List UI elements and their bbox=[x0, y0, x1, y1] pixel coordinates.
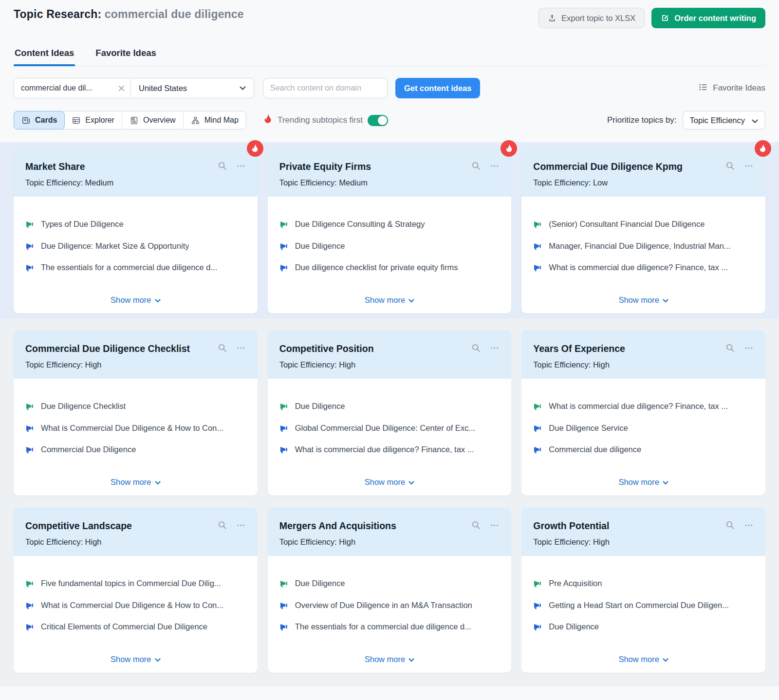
megaphone-icon bbox=[25, 402, 35, 411]
more-options-icon[interactable] bbox=[490, 520, 500, 530]
card-body: (Senior) Consultant Financial Due Dilige… bbox=[521, 197, 765, 313]
more-options-icon[interactable] bbox=[236, 161, 246, 171]
topic-card: Competitive Landscape Topic Efficiency: … bbox=[14, 507, 258, 673]
fire-icon bbox=[263, 114, 273, 127]
subtopic-item[interactable]: Due Diligence: Market Size & Opportunity bbox=[25, 241, 246, 251]
subtopic-item[interactable]: Due Diligence Service bbox=[533, 423, 754, 433]
subtopic-text: (Senior) Consultant Financial Due Dilige… bbox=[549, 219, 705, 229]
more-options-icon[interactable] bbox=[490, 161, 500, 171]
subtopic-item[interactable]: Manager, Financial Due Diligence, Indust… bbox=[533, 241, 754, 251]
megaphone-icon bbox=[25, 220, 35, 229]
show-more-button[interactable]: Show more bbox=[111, 478, 160, 487]
topic-efficiency: Topic Efficiency: High bbox=[25, 360, 246, 369]
prioritize-select[interactable]: Topic Efficiency bbox=[683, 111, 765, 129]
subtopic-text: Commercial Due Diligence bbox=[41, 444, 136, 455]
view-explorer-button[interactable]: Explorer bbox=[64, 111, 122, 129]
subtopic-text: The essentials for a commercial due dili… bbox=[295, 622, 471, 632]
subtopic-item[interactable]: Overview of Due Diligence in an M&A Tran… bbox=[279, 600, 500, 610]
view-switcher: Cards Explorer Overview Mind Map bbox=[14, 111, 246, 129]
subtopic-item[interactable]: Commercial due diligence bbox=[533, 444, 754, 455]
subtopic-text: Global Commercial Due Diligence: Center … bbox=[295, 423, 475, 433]
show-more-button[interactable]: Show more bbox=[111, 295, 160, 305]
card-title: Years Of Experience bbox=[533, 342, 725, 355]
subtopic-item[interactable]: What is commercial due diligence? Financ… bbox=[279, 444, 500, 455]
keyword-input[interactable]: commercial due dil... bbox=[14, 78, 131, 98]
show-more-button[interactable]: Show more bbox=[365, 295, 414, 305]
search-icon[interactable] bbox=[725, 520, 735, 530]
favorite-ideas-link[interactable]: Favorite Ideas bbox=[698, 82, 765, 94]
subtopic-item[interactable]: The essentials for a commercial due dili… bbox=[25, 262, 246, 273]
megaphone-icon bbox=[279, 263, 289, 272]
domain-search-input[interactable] bbox=[263, 78, 388, 98]
more-options-icon[interactable] bbox=[490, 343, 500, 353]
card-title: Mergers And Acquisitions bbox=[279, 519, 472, 533]
subtopic-item[interactable]: Due Diligence Consulting & Strategy bbox=[279, 219, 500, 229]
tab-content-ideas[interactable]: Content Ideas bbox=[14, 48, 75, 66]
megaphone-icon bbox=[279, 241, 289, 251]
export-xlsx-button[interactable]: Export topic to XLSX bbox=[538, 8, 645, 28]
show-more-button[interactable]: Show more bbox=[618, 655, 668, 664]
subtopic-item[interactable]: Getting a Head Start on Commercial Due D… bbox=[533, 600, 754, 610]
subtopic-text: Types of Due Diligence bbox=[41, 219, 124, 229]
megaphone-icon bbox=[279, 445, 289, 454]
subtopic-item[interactable]: What is commercial due diligence? Financ… bbox=[533, 401, 754, 411]
view-cards-button[interactable]: Cards bbox=[14, 111, 65, 129]
order-content-writing-button[interactable]: Order content writing bbox=[651, 8, 765, 28]
view-overview-button[interactable]: Overview bbox=[122, 111, 184, 129]
subtopic-item[interactable]: What is Commercial Due Diligence & How t… bbox=[25, 600, 246, 610]
subtopic-item[interactable]: Due Diligence bbox=[279, 241, 500, 251]
megaphone-icon bbox=[25, 263, 35, 272]
subtopic-item[interactable]: Due Diligence bbox=[279, 578, 500, 589]
show-more-button[interactable]: Show more bbox=[111, 655, 160, 664]
subtopic-item[interactable]: Due Diligence bbox=[279, 401, 500, 411]
show-more-button[interactable]: Show more bbox=[618, 478, 668, 487]
clear-keyword-icon[interactable] bbox=[118, 85, 125, 92]
more-options-icon[interactable] bbox=[744, 161, 754, 171]
card-header: Market Share Topic Efficiency: Medium bbox=[14, 148, 258, 197]
trending-toggle[interactable] bbox=[368, 115, 388, 126]
search-icon[interactable] bbox=[218, 343, 227, 353]
tab-favorite-ideas[interactable]: Favorite Ideas bbox=[94, 48, 157, 66]
subtopic-item[interactable]: Five fundamental topics in Commercial Du… bbox=[25, 578, 246, 589]
more-options-icon[interactable] bbox=[744, 343, 754, 353]
card-header: Growth Potential Topic Efficiency: High bbox=[521, 507, 765, 556]
card-header: Competitive Position Topic Efficiency: H… bbox=[268, 330, 512, 379]
subtopic-item[interactable]: What is Commercial Due Diligence & How t… bbox=[25, 423, 246, 433]
subtopic-item[interactable]: (Senior) Consultant Financial Due Dilige… bbox=[533, 219, 754, 229]
subtopic-item[interactable]: Due Diligence Checklist bbox=[25, 401, 246, 411]
megaphone-icon bbox=[533, 579, 542, 588]
search-icon[interactable] bbox=[471, 520, 481, 530]
more-options-icon[interactable] bbox=[236, 520, 246, 530]
subtopic-item[interactable]: Due Diligence bbox=[533, 622, 754, 632]
card-body: Due Diligence Overview of Due Diligence … bbox=[268, 556, 512, 673]
show-more-button[interactable]: Show more bbox=[365, 478, 414, 487]
subtopic-text: Getting a Head Start on Commercial Due D… bbox=[549, 600, 729, 610]
search-icon[interactable] bbox=[471, 161, 481, 171]
subtopic-item[interactable]: Commercial Due Diligence bbox=[25, 444, 246, 455]
trending-fire-badge bbox=[247, 140, 263, 157]
show-more-button[interactable]: Show more bbox=[618, 295, 668, 305]
subtopic-item[interactable]: The essentials for a commercial due dili… bbox=[279, 622, 500, 632]
card-header: Competitive Landscape Topic Efficiency: … bbox=[14, 507, 258, 556]
search-icon[interactable] bbox=[218, 161, 227, 171]
search-icon[interactable] bbox=[725, 343, 735, 353]
view-mindmap-button[interactable]: Mind Map bbox=[184, 111, 246, 129]
prioritize-control: Prioritize topics by: Topic Efficiency bbox=[607, 111, 765, 129]
subtopic-item[interactable]: Global Commercial Due Diligence: Center … bbox=[279, 423, 500, 433]
show-more-button[interactable]: Show more bbox=[365, 655, 414, 664]
country-select[interactable]: United States bbox=[131, 78, 254, 98]
subtopic-item[interactable]: Types of Due Diligence bbox=[25, 219, 246, 229]
more-options-icon[interactable] bbox=[744, 520, 754, 530]
more-options-icon[interactable] bbox=[236, 343, 246, 353]
search-icon[interactable] bbox=[471, 343, 481, 353]
subtopic-item[interactable]: What is commercial due diligence? Financ… bbox=[533, 262, 754, 273]
search-icon[interactable] bbox=[725, 161, 735, 171]
subtopic-item[interactable]: Critical Elements of Commercial Due Dili… bbox=[25, 622, 246, 632]
megaphone-icon bbox=[25, 601, 35, 610]
get-content-ideas-button[interactable]: Get content ideas bbox=[395, 78, 480, 98]
toolbar-row: Cards Explorer Overview Mind Map bbox=[14, 111, 765, 142]
subtopic-item[interactable]: Pre Acquisition bbox=[533, 578, 754, 589]
subtopic-item[interactable]: Due diligence checklist for private equi… bbox=[279, 262, 500, 273]
topic-efficiency: Topic Efficiency: High bbox=[279, 537, 500, 547]
search-icon[interactable] bbox=[218, 520, 227, 530]
